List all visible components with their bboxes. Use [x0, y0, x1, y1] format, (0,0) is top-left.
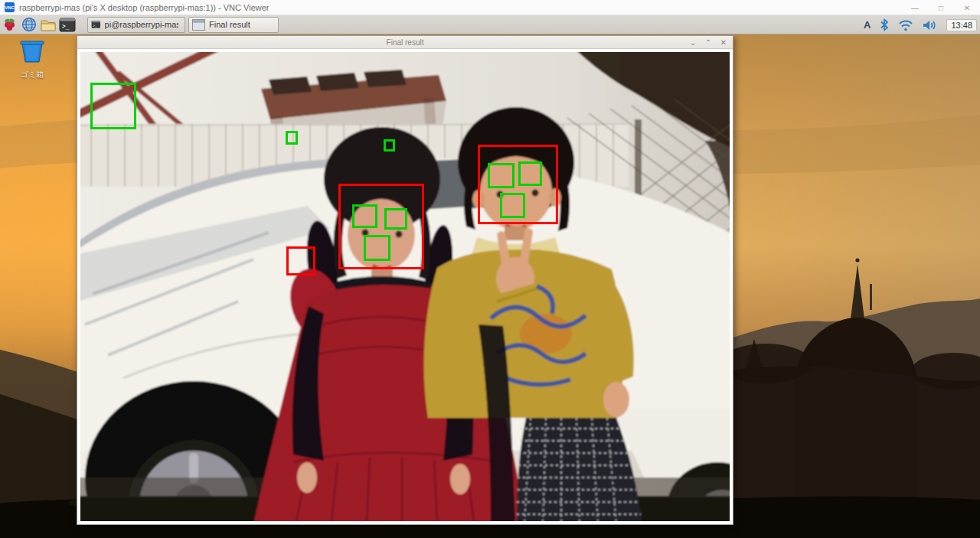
file-manager-icon[interactable] — [38, 16, 57, 34]
web-browser-icon[interactable] — [19, 16, 38, 34]
close-button[interactable]: ✕ — [717, 36, 730, 49]
taskbar-task-terminal[interactable]: >_ pi@raspberrypi-mas: ~/wo... — [87, 17, 185, 33]
close-button[interactable]: ✕ — [954, 0, 980, 15]
detection-feature-background-2 — [286, 131, 298, 145]
task-label: pi@raspberrypi-mas: ~/wo... — [105, 20, 178, 29]
trash-can-icon — [19, 39, 45, 65]
svg-text:>_: >_ — [62, 23, 70, 30]
detection-eye-left-child-1 — [352, 204, 377, 228]
maximize-button[interactable]: □ — [928, 0, 954, 15]
window-icon — [192, 19, 205, 31]
taskbar-task-final-result[interactable]: Final result — [188, 17, 279, 33]
taskbar: >_ >_ pi@raspberrypi-mas: ~/wo... Final … — [0, 15, 980, 34]
trash-label: ゴミ箱 — [11, 70, 54, 80]
terminal-icon: >_ — [91, 18, 101, 31]
detection-eye-left-child-2 — [384, 208, 407, 230]
detection-overlay — [77, 49, 733, 524]
detection-mouth-left-child — [364, 235, 390, 261]
maximize-button[interactable]: ⌃ — [702, 36, 714, 49]
final-result-window: Final result ⌄ ⌃ ✕ — [77, 35, 733, 525]
vnc-window-title: raspberrypi-mas (pi's X desktop (raspber… — [19, 3, 270, 12]
detection-feature-background-3 — [384, 139, 395, 152]
taskbar-clock[interactable]: 13:48 — [946, 19, 977, 31]
trash-shortcut[interactable]: ゴミ箱 — [11, 39, 54, 80]
desktop: ゴミ箱 Final result ⌄ ⌃ ✕ — [0, 34, 980, 538]
bluetooth-icon[interactable] — [880, 18, 889, 31]
window-title: Final result — [387, 38, 424, 47]
vnc-logo-icon: VNC — [5, 2, 15, 12]
photo-viewport — [77, 49, 733, 524]
detection-eye-right-child-2 — [518, 161, 542, 186]
minimize-button[interactable]: — — [902, 0, 928, 15]
final-result-titlebar[interactable]: Final result ⌄ ⌃ ✕ — [77, 36, 733, 49]
menu-raspberry-icon[interactable] — [0, 16, 19, 34]
vnc-titlebar: VNC raspberrypi-mas (pi's X desktop (ras… — [0, 0, 980, 15]
keyboard-layout-indicator[interactable]: A — [864, 19, 871, 31]
volume-icon[interactable] — [923, 19, 937, 31]
terminal-icon[interactable]: >_ — [57, 16, 77, 34]
task-label: Final result — [209, 20, 250, 29]
minimize-button[interactable]: ⌄ — [687, 36, 699, 49]
detection-face-false-positive — [286, 246, 315, 276]
detection-eye-right-child-1 — [488, 163, 514, 188]
wifi-icon[interactable] — [898, 19, 913, 31]
detection-feature-background-1 — [90, 83, 136, 129]
detection-mouth-right-child — [500, 193, 525, 218]
